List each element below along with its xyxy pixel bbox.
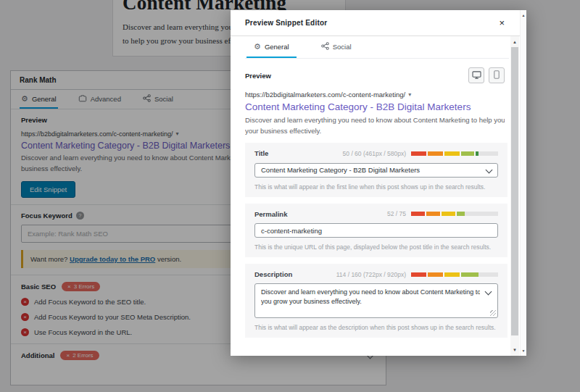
phone-icon xyxy=(494,69,500,82)
permalink-counter: 52 / 75 xyxy=(387,210,406,217)
scroll-up-arrow-icon[interactable]: ▲ xyxy=(521,12,526,19)
title-select[interactable] xyxy=(254,163,498,178)
description-field-group: Description 114 / 160 (722px / 920px) Di… xyxy=(245,264,508,338)
permalink-score-bar xyxy=(411,212,498,216)
description-textarea[interactable]: Discover and learn everything you need t… xyxy=(254,283,498,318)
description-counter: 114 / 160 (722px / 920px) xyxy=(336,271,406,278)
title-counter: 50 / 60 (461px / 580px) xyxy=(343,150,406,157)
permalink-field-group: Permalink 52 / 75 This is the unique URL… xyxy=(245,204,508,258)
title-field-group: Title 50 / 60 (461px / 580px) This is wh… xyxy=(245,143,508,197)
scroll-up-arrow-icon[interactable]: ▲ xyxy=(510,38,519,46)
permalink-help-text: This is the unique URL of this page, dis… xyxy=(254,243,498,251)
snippet-url: https://b2bdigitalmarketers.com/c-conten… xyxy=(245,91,505,99)
modal-preview-row: Preview xyxy=(245,67,509,83)
modal-body: ⚙ General Social Preview https://b2bdig xyxy=(231,36,509,356)
modal-header: Preview Snippet Editor × xyxy=(231,10,526,36)
modal-tab-social[interactable]: Social xyxy=(314,36,359,58)
device-toggle xyxy=(468,67,505,83)
modal-tab-general[interactable]: ⚙ General xyxy=(246,36,297,58)
scrollbar-thumb[interactable] xyxy=(511,47,518,335)
description-score-bar xyxy=(411,272,498,277)
modal-serp-preview: https://b2bdigitalmarketers.com/c-conten… xyxy=(245,91,509,136)
modal-tabs: ⚙ General Social xyxy=(245,36,509,59)
scroll-down-arrow-icon[interactable]: ▼ xyxy=(521,347,526,354)
preview-snippet-editor-modal: Preview Snippet Editor × ⚙ General Socia… xyxy=(231,10,526,356)
modal-outer-scrollbar: ▲ ▼ xyxy=(520,10,526,356)
description-help-text: This is what will appear as the descript… xyxy=(254,324,498,331)
monitor-icon xyxy=(472,69,481,82)
desktop-preview-button[interactable] xyxy=(468,67,484,83)
resize-handle[interactable] xyxy=(490,310,496,316)
snippet-title-link: Content Marketing Category - B2B Digital… xyxy=(245,101,505,112)
title-score-bar xyxy=(411,151,498,156)
chevron-down-icon[interactable] xyxy=(485,288,492,296)
title-help-text: This is what will appear in the first li… xyxy=(254,183,498,191)
scroll-down-arrow-icon[interactable]: ▼ xyxy=(510,346,519,354)
share-icon xyxy=(321,42,329,51)
modal-body-scrollbar: ▲ ▼ xyxy=(510,36,519,356)
close-icon[interactable]: × xyxy=(499,18,505,28)
mobile-preview-button[interactable] xyxy=(489,67,505,83)
caret-down-icon[interactable]: ▾ xyxy=(408,92,411,98)
snippet-description: Discover and learn everything you need t… xyxy=(245,114,505,136)
modal-title: Preview Snippet Editor xyxy=(245,19,327,27)
gear-icon: ⚙ xyxy=(254,43,261,51)
permalink-input[interactable] xyxy=(254,223,498,238)
